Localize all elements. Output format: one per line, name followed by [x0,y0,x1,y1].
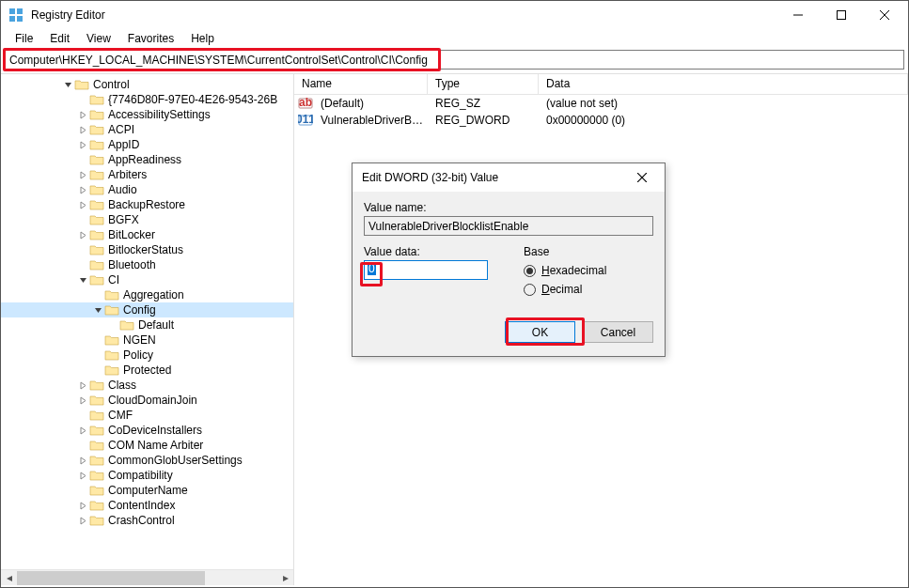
tree-item[interactable]: AppReadiness [1,152,293,167]
chevron-down-icon[interactable] [91,306,104,315]
col-data[interactable]: Data [539,74,908,94]
radio-icon [524,284,536,296]
minimize-button[interactable] [776,1,820,29]
tree-item[interactable]: Config [1,302,293,317]
chevron-right-icon[interactable] [76,171,89,179]
tree-item[interactable]: CI [1,272,293,287]
tree-item-label: BGFX [108,213,139,226]
tree-item[interactable]: BGFX [1,212,293,227]
scroll-left-icon[interactable]: ◂ [1,570,17,586]
tree-item[interactable]: Arbiters [1,167,293,182]
radio-decimal[interactable]: Decimal [524,280,653,299]
chevron-right-icon[interactable] [76,517,89,525]
address-bar[interactable]: Computer\HKEY_LOCAL_MACHINE\SYSTEM\Curre… [5,50,904,70]
tree-item[interactable]: NGEN [1,333,293,348]
close-button[interactable] [863,1,906,29]
scroll-right-icon[interactable]: ▸ [277,570,293,586]
svg-rect-5 [838,11,846,20]
chevron-right-icon[interactable] [76,381,89,390]
chevron-right-icon[interactable] [76,396,89,405]
tree-item[interactable]: CloudDomainJoin [1,393,293,408]
menu-help[interactable]: Help [182,30,223,47]
tree-item[interactable]: COM Name Arbiter [1,438,293,453]
tree-item-label: ComputerName [108,484,188,497]
cell-name: (Default) [315,96,430,111]
chevron-right-icon[interactable] [76,231,89,240]
ok-button[interactable]: OK [505,321,575,343]
tree-item[interactable]: BackupRestore [1,197,293,212]
tree-item-label: {7746D80F-97E0-4E26-9543-26B [108,93,277,106]
tree-item-label: CoDeviceInstallers [108,424,202,437]
chevron-right-icon[interactable] [76,426,89,435]
value-data-input[interactable]: 0 [364,260,488,280]
tree-item[interactable]: CMF [1,408,293,423]
tree-item-label: Protected [123,364,171,377]
chevron-right-icon[interactable] [76,201,89,209]
svg-rect-3 [17,16,23,22]
tree-item[interactable]: ContentIndex [1,498,293,513]
tree-item[interactable]: CommonGlobUserSettings [1,453,293,468]
tree-item[interactable]: Audio [1,182,293,197]
tree-item[interactable]: BitLocker [1,227,293,242]
tree-item[interactable]: Compatibility [1,468,293,483]
col-name[interactable]: Name [294,74,428,94]
cell-data: 0x00000000 (0) [541,113,631,128]
tree-item[interactable]: ComputerName [1,483,293,498]
tree-pane[interactable]: Control{7746D80F-97E0-4E26-9543-26BAcces… [1,74,294,585]
tree-item[interactable]: Protected [1,363,293,378]
menu-file[interactable]: File [7,30,41,47]
tree-item[interactable]: CrashControl [1,513,293,528]
list-header[interactable]: Name Type Data [294,74,908,95]
chevron-right-icon[interactable] [76,502,89,510]
tree-item-label: Config [123,303,156,317]
tree-item[interactable]: ACPI [1,122,293,137]
tree-item-label: CrashControl [108,514,175,527]
title-bar: Registry Editor [1,1,908,29]
tree-item[interactable]: Policy [1,348,293,363]
tree-item-label: BitLocker [108,228,155,241]
base-label: Base [524,245,653,258]
maximize-button[interactable] [820,1,863,29]
window-title: Registry Editor [31,8,776,22]
radio-hexadecimal[interactable]: Hexadecimal [524,261,653,280]
tree-item-label: AppReadiness [108,153,181,166]
tree-item[interactable]: Bluetooth [1,257,293,272]
scroll-thumb[interactable] [17,571,205,585]
tree-item[interactable]: Class [1,378,293,393]
chevron-right-icon[interactable] [76,456,89,465]
chevron-right-icon[interactable] [76,111,89,119]
col-type[interactable]: Type [428,74,539,94]
svg-rect-0 [9,8,15,14]
chevron-right-icon[interactable] [76,141,89,149]
cell-name: VulnerableDriverBloc... [315,113,430,128]
menu-view[interactable]: View [78,30,119,47]
tree-item[interactable]: Control [1,77,293,92]
svg-rect-1 [17,8,23,14]
cancel-button[interactable]: Cancel [583,321,653,343]
dialog-title-bar[interactable]: Edit DWORD (32-bit) Value [353,163,665,192]
tree-item[interactable]: {7746D80F-97E0-4E26-9543-26B [1,92,293,107]
tree-item[interactable]: BitlockerStatus [1,242,293,257]
base-group: Base Hexadecimal Decimal [524,245,653,299]
tree-item[interactable]: AppID [1,137,293,152]
chevron-down-icon[interactable] [76,276,89,285]
tree-item-label: AccessibilitySettings [108,108,211,121]
tree-item-label: Default [138,318,174,332]
tree-item[interactable]: Default [1,317,293,333]
reg-string-icon: ab [298,96,313,111]
chevron-down-icon[interactable] [61,81,74,89]
chevron-right-icon[interactable] [76,186,89,194]
tree-item[interactable]: Aggregation [1,287,293,302]
tree-item[interactable]: CoDeviceInstallers [1,423,293,438]
dialog-close-button[interactable] [623,164,661,191]
menu-favorites[interactable]: Favorites [119,30,182,47]
chevron-right-icon[interactable] [76,126,89,134]
tree-item[interactable]: AccessibilitySettings [1,107,293,122]
menu-edit[interactable]: Edit [41,30,78,47]
svg-text:011: 011 [298,113,313,126]
tree-h-scrollbar[interactable]: ◂ ▸ [1,569,293,585]
tree-item-label: Compatibility [108,469,173,482]
list-row[interactable]: ab(Default)REG_SZ(value not set) [294,95,908,112]
list-row[interactable]: 011VulnerableDriverBloc...REG_DWORD0x000… [294,112,908,129]
chevron-right-icon[interactable] [76,472,89,480]
